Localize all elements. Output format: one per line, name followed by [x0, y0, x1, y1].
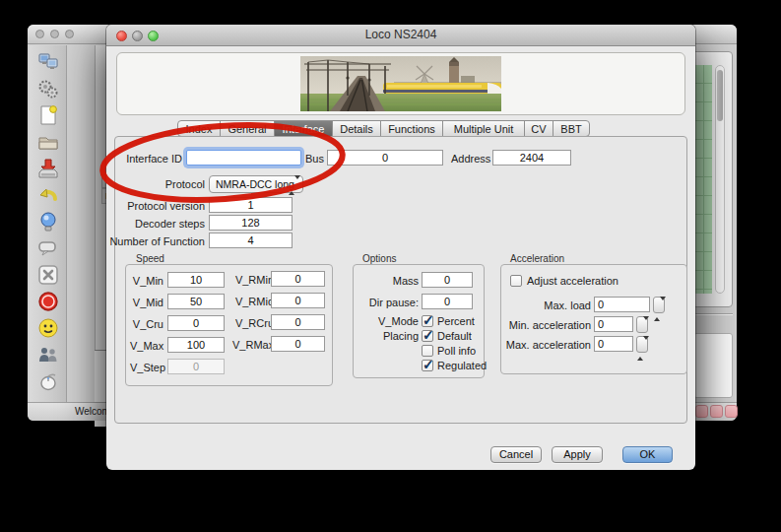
- tab-bbt[interactable]: BBT: [553, 120, 590, 137]
- options-group-title: Options: [362, 253, 396, 264]
- save-icon[interactable]: [36, 157, 60, 180]
- regulated-checkbox[interactable]: ✓: [422, 360, 433, 371]
- emergency-stop-icon[interactable]: [36, 290, 60, 313]
- side-panel: [693, 333, 733, 398]
- max-load-stepper-icon[interactable]: [653, 297, 665, 313]
- percent-checkbox[interactable]: ✓: [422, 315, 433, 327]
- undo-icon[interactable]: [36, 183, 60, 207]
- tab-details[interactable]: Details: [332, 120, 381, 137]
- scrollbar-thumb[interactable]: [717, 70, 723, 121]
- acceleration-group-title: Acceleration: [510, 253, 564, 264]
- loco-photo: [300, 56, 501, 112]
- default-checkbox[interactable]: ✓: [422, 330, 433, 342]
- min-acceleration-input[interactable]: [594, 316, 633, 332]
- mass-label: Mass: [360, 275, 419, 287]
- v-rmin-input[interactable]: [271, 271, 325, 287]
- v-rmid-input[interactable]: [271, 293, 325, 308]
- protocol-select[interactable]: NMRA-DCC long: [209, 175, 303, 193]
- decoder-steps-input[interactable]: [209, 215, 293, 231]
- close-icon[interactable]: [35, 30, 44, 38]
- v-cru-input[interactable]: [167, 315, 225, 331]
- regulated-checkbox-label: Regulated: [437, 360, 487, 371]
- tab-multiple-unit[interactable]: Multiple Unit: [442, 120, 525, 137]
- loco-properties-dialog: Loco NS2404: [106, 25, 695, 470]
- dialog-titlebar[interactable]: Loco NS2404: [106, 25, 695, 46]
- protocol-label: Protocol: [116, 178, 205, 190]
- bus-input[interactable]: [327, 150, 443, 166]
- dialog-tabs: Index General Interface Details Function…: [177, 120, 590, 137]
- cancel-button[interactable]: Cancel: [490, 446, 542, 463]
- interface-id-input[interactable]: [186, 150, 301, 166]
- adjust-acceleration-checkbox[interactable]: [510, 275, 522, 287]
- dir-pause-label: Dir pause:: [360, 297, 419, 308]
- staff-icon[interactable]: [36, 343, 60, 366]
- min-acceleration-label: Min. acceleration: [500, 319, 591, 331]
- v-min-label: V_Min: [130, 275, 163, 287]
- check-icon: ✓: [423, 312, 434, 328]
- dir-pause-input[interactable]: [422, 294, 473, 309]
- max-load-input[interactable]: [594, 297, 650, 312]
- red-function-button[interactable]: [725, 405, 738, 418]
- red-function-button[interactable]: [695, 405, 708, 418]
- close-icon[interactable]: [116, 31, 127, 41]
- check-icon: ✓: [423, 327, 434, 343]
- v-mid-input[interactable]: [167, 294, 225, 309]
- percent-checkbox-label: Percent: [437, 315, 475, 327]
- open-folder-icon[interactable]: [36, 130, 60, 154]
- v-step-input: [167, 359, 225, 374]
- speed-group-title: Speed: [136, 253, 164, 264]
- v-rcru-input[interactable]: [271, 314, 325, 330]
- tab-functions[interactable]: Functions: [380, 120, 443, 137]
- tab-index[interactable]: Index: [177, 120, 221, 137]
- number-of-function-input[interactable]: [209, 233, 293, 248]
- workstations-icon[interactable]: [36, 50, 60, 74]
- max-load-label: Max. load: [510, 299, 591, 311]
- protocol-version-label: Protocol version: [116, 200, 205, 212]
- v-max-label: V_Max: [130, 340, 163, 352]
- tab-cv[interactable]: CV: [524, 120, 553, 137]
- minimize-icon[interactable]: [50, 30, 59, 38]
- decoder-steps-label: Decoder steps: [116, 218, 205, 230]
- chat-icon[interactable]: [36, 236, 60, 260]
- screen: NS2 Server 10:37 10:37 10:36 Welcom Loco…: [0, 0, 781, 532]
- v-step-label: V_Step: [130, 362, 163, 373]
- number-of-function-label: Number of Function: [106, 235, 205, 247]
- settings-gears-icon[interactable]: [36, 77, 60, 100]
- zoom-icon[interactable]: [65, 30, 74, 38]
- v-cru-label: V_Cru: [130, 318, 163, 330]
- power-bulb-icon[interactable]: [36, 210, 60, 233]
- default-checkbox-label: Default: [437, 330, 472, 342]
- protocol-version-input[interactable]: [209, 197, 293, 213]
- apply-button[interactable]: Apply: [552, 446, 603, 463]
- v-rmax-input[interactable]: [271, 336, 325, 352]
- poll-info-checkbox[interactable]: [422, 345, 433, 357]
- v-mode-label: V_Mode: [360, 315, 419, 327]
- v-rmax-label: V_RMax: [232, 339, 274, 351]
- check-icon: ✓: [423, 357, 434, 372]
- min-acceleration-stepper-icon[interactable]: [636, 316, 648, 333]
- stepper-icon[interactable]: [289, 177, 301, 191]
- address-input[interactable]: [492, 150, 571, 166]
- smiley-icon[interactable]: [36, 316, 60, 340]
- v-rmid-label: V_RMid: [232, 296, 274, 307]
- minimize-icon[interactable]: [132, 31, 143, 41]
- v-max-input[interactable]: [167, 337, 225, 353]
- mass-input[interactable]: [422, 272, 473, 288]
- tab-general[interactable]: General: [220, 120, 275, 137]
- tab-interface[interactable]: Interface: [274, 120, 333, 137]
- close-box-icon[interactable]: [36, 263, 60, 287]
- zoom-icon[interactable]: [148, 31, 159, 41]
- red-function-button[interactable]: [710, 405, 723, 418]
- placing-label: Placing: [360, 330, 419, 342]
- max-acceleration-stepper-icon[interactable]: [636, 336, 648, 353]
- v-mid-label: V_Mid: [130, 297, 163, 308]
- max-acceleration-label: Max. acceleration: [500, 339, 591, 351]
- max-acceleration-input[interactable]: [594, 336, 633, 352]
- ok-button[interactable]: OK: [622, 446, 673, 463]
- v-min-input[interactable]: [167, 272, 225, 288]
- vertical-scrollbar[interactable]: [715, 65, 725, 294]
- v-rcru-label: V_RCru: [232, 317, 274, 329]
- mouse-icon[interactable]: [36, 369, 60, 393]
- new-file-icon[interactable]: [36, 103, 60, 127]
- interface-id-label: Interface ID: [116, 153, 182, 165]
